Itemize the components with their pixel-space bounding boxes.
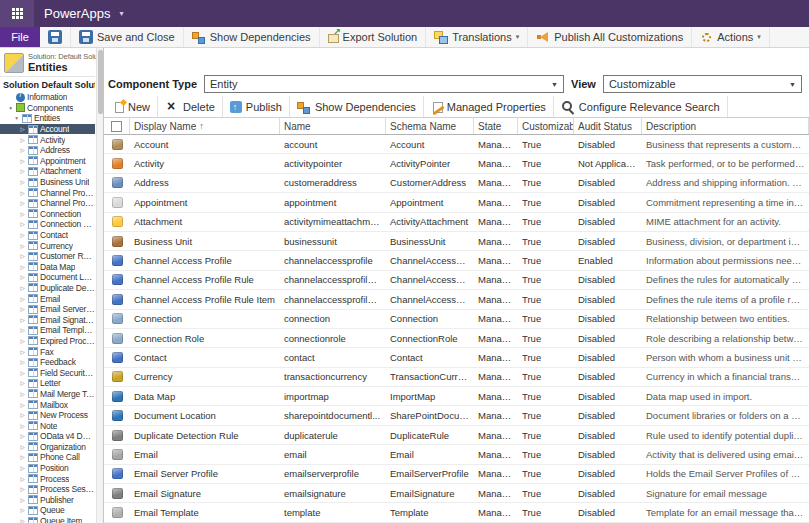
- tree-expander-icon[interactable]: ▷: [19, 349, 26, 355]
- tree-expander-icon[interactable]: ▷: [19, 285, 26, 291]
- tree-item-components[interactable]: ▾Components: [0, 103, 95, 114]
- tree-item-mailbox[interactable]: ▷Mailbox: [0, 399, 95, 410]
- tree-item-letter[interactable]: ▷Letter: [0, 378, 95, 389]
- tree-item-publisher[interactable]: ▷Publisher: [0, 495, 95, 506]
- tree-expander-icon[interactable]: ▷: [19, 274, 26, 280]
- tree-expander-icon[interactable]: ▷: [19, 391, 26, 397]
- tree-item-information[interactable]: Information: [0, 92, 95, 103]
- tree-expander-icon[interactable]: ▷: [19, 221, 26, 227]
- show-dependencies-button[interactable]: Show Dependencies: [184, 27, 320, 47]
- column-header-audit-status[interactable]: Audit Status: [574, 118, 642, 134]
- show-dependencies-button[interactable]: Show Dependencies: [290, 96, 424, 117]
- tree-item-activity[interactable]: ▷Activity: [0, 134, 95, 145]
- tree-item-process-session[interactable]: ▷Process Session: [0, 484, 95, 495]
- tree-expander-icon[interactable]: ▷: [19, 454, 26, 460]
- table-row[interactable]: Connection RoleconnectionroleConnectionR…: [104, 329, 809, 348]
- tree-item-feedback[interactable]: ▷Feedback: [0, 357, 95, 368]
- tree-expander-icon[interactable]: ▷: [19, 370, 26, 376]
- tree-root-item[interactable]: Solution Default Solution: [0, 77, 95, 92]
- tree-expander-icon[interactable]: ▷: [19, 465, 26, 471]
- column-header-customizable[interactable]: Customizable: [518, 118, 574, 134]
- tree-item-appointment[interactable]: ▷Appointment: [0, 156, 95, 167]
- table-row[interactable]: AddresscustomeraddressCustomerAddressMan…: [104, 174, 809, 193]
- tree-item-entities[interactable]: ▾Entities: [0, 113, 95, 124]
- tree-expander-icon[interactable]: ▷: [19, 190, 26, 196]
- tree-item-queue-item[interactable]: ▷Queue Item: [0, 516, 95, 523]
- tree-expander-icon[interactable]: ▷: [19, 179, 26, 185]
- tree-expander-icon[interactable]: ▷: [19, 158, 26, 164]
- tree-item-email[interactable]: ▷Email: [0, 293, 95, 304]
- column-header-state[interactable]: State: [474, 118, 518, 134]
- tree-item-document-location[interactable]: ▷Document Location: [0, 272, 95, 283]
- tree-expander-icon[interactable]: ▷: [19, 306, 26, 312]
- tree-expander-icon[interactable]: ▷: [19, 518, 26, 523]
- tree-expander-icon[interactable]: ▷: [19, 476, 26, 482]
- tree-expander-icon[interactable]: ▷: [19, 126, 26, 132]
- publish-all-customizations-button[interactable]: Publish All Customizations: [528, 27, 692, 47]
- view-select[interactable]: Customizable ▼: [603, 75, 802, 93]
- table-row[interactable]: Document Locationsharepointdocumentl...S…: [104, 406, 809, 425]
- tree-expander-icon[interactable]: ▷: [19, 359, 26, 365]
- table-row[interactable]: EmailemailEmailManagedTrueDisabledActivi…: [104, 445, 809, 464]
- publish-button[interactable]: Publish: [223, 96, 290, 117]
- tree-expander-icon[interactable]: ▷: [19, 444, 26, 450]
- column-header-schema-name[interactable]: Schema Name: [386, 118, 474, 134]
- tree-expander-icon[interactable]: ▷: [19, 507, 26, 513]
- tree-item-mail-merge-template[interactable]: ▷Mail Merge Template: [0, 389, 95, 400]
- table-row[interactable]: AccountaccountAccountManagedTrueDisabled…: [104, 135, 809, 154]
- tree-item-email-server-profile[interactable]: ▷Email Server Profile: [0, 304, 95, 315]
- tree-expander-icon[interactable]: ▷: [19, 243, 26, 249]
- table-row[interactable]: CurrencytransactioncurrencyTransactionCu…: [104, 368, 809, 387]
- tree-item-customer-relations[interactable]: ▷Customer Relations...: [0, 251, 95, 262]
- tree-item-data-map[interactable]: ▷Data Map: [0, 262, 95, 273]
- tree-item-phone-call[interactable]: ▷Phone Call: [0, 452, 95, 463]
- tree-item-duplicate-detection[interactable]: ▷Duplicate Detection...: [0, 283, 95, 294]
- tree-item-email-signature[interactable]: ▷Email Signature: [0, 314, 95, 325]
- tree-expander-icon[interactable]: ▷: [19, 338, 26, 344]
- table-row[interactable]: Channel Access Profile Rule Itemchannela…: [104, 290, 809, 309]
- tree-expander-icon[interactable]: ▷: [19, 168, 26, 174]
- component-type-select[interactable]: Entity ▼: [204, 75, 564, 93]
- table-row[interactable]: AttachmentactivitymimeattachmentActivity…: [104, 213, 809, 232]
- tree-item-attachment[interactable]: ▷Attachment: [0, 166, 95, 177]
- table-row[interactable]: Email SignatureemailsignatureEmailSignat…: [104, 484, 809, 503]
- translations-button[interactable]: Translations▾: [426, 27, 528, 47]
- tree-item-business-unit[interactable]: ▷Business Unit: [0, 177, 95, 188]
- tree-item-channel-property-g[interactable]: ▷Channel Property G...: [0, 198, 95, 209]
- tree-item-connection[interactable]: ▷Connection: [0, 209, 95, 220]
- tree-item-organization[interactable]: ▷Organization: [0, 442, 95, 453]
- tree-item-fax[interactable]: ▷Fax: [0, 346, 95, 357]
- tree-item-currency[interactable]: ▷Currency: [0, 240, 95, 251]
- column-header-description[interactable]: Description: [642, 118, 809, 134]
- table-row[interactable]: Channel Access Profile Rulechannelaccess…: [104, 271, 809, 290]
- actions-button[interactable]: Actions▾: [692, 27, 770, 47]
- tree-expander-icon[interactable]: ▷: [19, 497, 26, 503]
- tree-expander-icon[interactable]: ▷: [19, 200, 26, 206]
- tree-expander-icon[interactable]: ▷: [19, 327, 26, 333]
- export-solution-button[interactable]: Export Solution: [320, 27, 427, 47]
- table-row[interactable]: Email Server ProfileemailserverprofileEm…: [104, 465, 809, 484]
- tree-expander-icon[interactable]: ▷: [19, 137, 26, 143]
- tree-expander-icon[interactable]: ▷: [19, 317, 26, 323]
- save-and-close-button[interactable]: Save and Close: [71, 27, 184, 47]
- tree-item-expired-process[interactable]: ▷Expired Process: [0, 336, 95, 347]
- save-button[interactable]: [40, 27, 71, 47]
- delete-button[interactable]: Delete: [158, 96, 223, 117]
- table-row[interactable]: Duplicate Detection RuleduplicateruleDup…: [104, 426, 809, 445]
- tree-item-note[interactable]: ▷Note: [0, 420, 95, 431]
- table-row[interactable]: AppointmentappointmentAppointmentManaged…: [104, 193, 809, 212]
- tree-expander-icon[interactable]: ▷: [19, 402, 26, 408]
- tree-item-new-process[interactable]: ▷New Process: [0, 410, 95, 421]
- table-row[interactable]: Channel Access Profilechannelaccessprofi…: [104, 251, 809, 270]
- new-button[interactable]: New: [106, 96, 158, 117]
- tree-item-account[interactable]: ▷Account: [0, 124, 95, 135]
- tree-expander-icon[interactable]: ▷: [19, 232, 26, 238]
- app-launcher-button[interactable]: [0, 0, 34, 27]
- file-tab[interactable]: File: [0, 27, 40, 47]
- tree-expander-icon[interactable]: ▷: [19, 296, 26, 302]
- tree-expander-icon[interactable]: ▾: [7, 105, 14, 111]
- tree-item-connection-role[interactable]: ▷Connection Role: [0, 219, 95, 230]
- column-header-display-name[interactable]: Display Name↑: [130, 118, 280, 134]
- tree-expander-icon[interactable]: ▷: [19, 486, 26, 492]
- tree-expander-icon[interactable]: ▷: [19, 211, 26, 217]
